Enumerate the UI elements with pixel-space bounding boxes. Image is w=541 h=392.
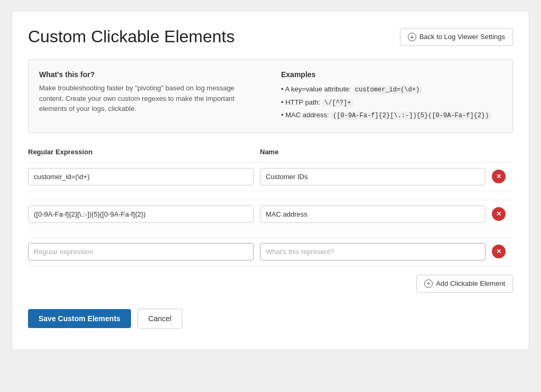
table-header: Regular Expression Name (28, 148, 513, 160)
back-to-settings-button[interactable]: + Back to Log Viewer Settings (400, 28, 513, 46)
example-item: HTTP path: \/[^?]+ (281, 96, 502, 109)
table-row (28, 200, 513, 229)
back-icon: + (408, 33, 416, 41)
regex-input-3[interactable] (28, 243, 254, 260)
table-row (28, 237, 513, 266)
example-label-3: MAC address: (285, 111, 331, 119)
example-code-2: \/[^?]+ (322, 99, 353, 107)
col-regex-header: Regular Expression (28, 148, 254, 156)
name-input-2[interactable] (260, 206, 486, 223)
add-button-label: Add Clickable Element (436, 279, 505, 287)
example-item: A key=value attribute: customer_id=(\d+) (281, 83, 502, 96)
regex-input-2[interactable] (28, 206, 254, 223)
delete-row-2-button[interactable] (492, 207, 506, 221)
page-container: Custom Clickable Elements + Back to Log … (12, 11, 529, 350)
footer-row: Save Custom Elements Cancel (28, 309, 513, 329)
delete-row-1-button[interactable] (492, 170, 506, 183)
cancel-button[interactable]: Cancel (137, 309, 183, 329)
example-item: MAC address: ([0-9A-Fa-f]{2}[\.:-]){5}([… (281, 109, 502, 122)
info-left: What's this for? Make troubleshooting fa… (39, 70, 260, 122)
back-button-label: Back to Log Viewer Settings (419, 33, 505, 41)
example-code-1: customer_id=(\d+) (353, 86, 422, 94)
info-right: Examples A key=value attribute: customer… (281, 70, 502, 122)
add-clickable-element-button[interactable]: + Add Clickable Element (416, 275, 513, 293)
page-title: Custom Clickable Elements (28, 27, 235, 46)
regex-input-1[interactable] (28, 168, 254, 185)
add-icon: + (424, 279, 433, 288)
example-label-1: A key=value attribute: (285, 85, 352, 93)
col-name-header: Name (260, 148, 486, 156)
examples-list: A key=value attribute: customer_id=(\d+)… (281, 83, 502, 122)
what-title: What's this for? (39, 70, 260, 79)
name-input-1[interactable] (260, 168, 486, 185)
actions-row: + Add Clickable Element (28, 275, 513, 293)
example-label-2: HTTP path: (285, 98, 322, 106)
name-input-3[interactable] (260, 243, 486, 260)
info-box: What's this for? Make troubleshooting fa… (28, 59, 513, 133)
save-button[interactable]: Save Custom Elements (28, 309, 131, 328)
page-header: Custom Clickable Elements + Back to Log … (28, 27, 513, 46)
table-row (28, 162, 513, 191)
what-text: Make troubleshooting faster by "pivoting… (39, 83, 260, 114)
delete-row-3-button[interactable] (492, 245, 506, 258)
example-code-3: ([0-9A-Fa-f]{2}[\.:-]){5}([0-9A-Fa-f]{2}… (331, 111, 491, 120)
examples-title: Examples (281, 70, 502, 79)
